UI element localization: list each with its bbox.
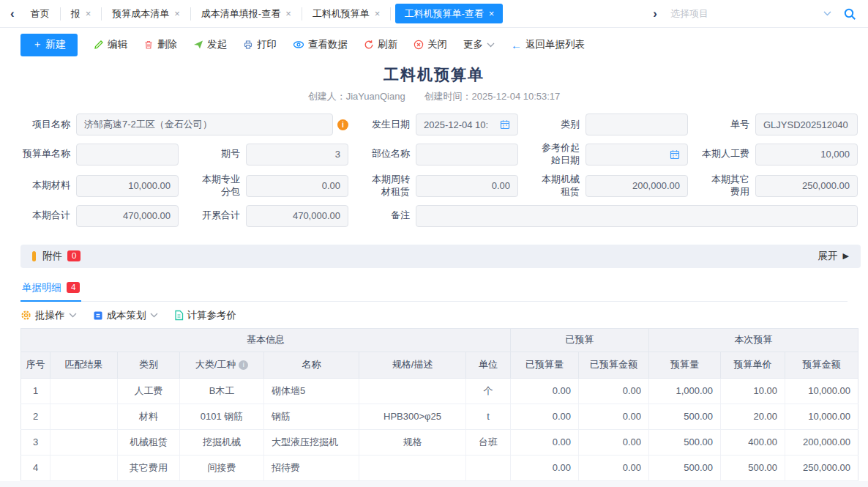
field-subcontract-cost: 本期专业 分包 0.00 bbox=[190, 174, 348, 198]
tabs-scroll-right-icon[interactable]: › bbox=[647, 7, 663, 21]
current-total-input[interactable]: 470,000.00 bbox=[76, 205, 179, 227]
tab-label: 报 bbox=[71, 7, 81, 21]
close-icon[interactable]: × bbox=[86, 9, 91, 18]
period-no-input[interactable]: 3 bbox=[246, 144, 348, 166]
header-form: 项目名称 济邹高速7-2工区（金石公司） i 发生日期 2025-12-04 1… bbox=[20, 114, 858, 227]
doc-no-input[interactable]: GLJYSD202512040 bbox=[755, 114, 858, 135]
field-labor-cost: 本期人工费 10,000 bbox=[700, 142, 858, 167]
table-row[interactable]: 3机械租赁挖掘机械大型液压挖掘机规格台班0.000.00500.00400.00… bbox=[21, 429, 858, 455]
table-cell: 0101 钢筋 bbox=[180, 404, 264, 429]
labor-cost-input[interactable]: 10,000 bbox=[755, 144, 858, 166]
part-name-input[interactable] bbox=[416, 144, 518, 166]
table-cell: 机械租赁 bbox=[118, 429, 180, 455]
material-cost-input[interactable]: 10,000.00 bbox=[76, 175, 179, 197]
eye-icon bbox=[293, 40, 304, 50]
col-header-budget-amount: 预算金额 bbox=[785, 352, 858, 378]
calc-reference-price-button[interactable]: 计算参考价 bbox=[174, 309, 237, 322]
table-row[interactable]: 1人工费B木工砌体墙5个0.000.001,000.0010.0010,000.… bbox=[21, 378, 858, 404]
field-label: 备注 bbox=[360, 209, 416, 222]
chevron-down-icon bbox=[150, 313, 158, 318]
cumulative-total-input[interactable]: 470,000.00 bbox=[246, 205, 348, 227]
tab-truncated[interactable]: 报 × bbox=[61, 5, 102, 23]
tab-budget-cost-list[interactable]: 预算成本清单 × bbox=[102, 5, 190, 23]
tab-home[interactable]: 首页 bbox=[20, 5, 60, 23]
category-input[interactable] bbox=[585, 114, 688, 135]
cost-planning-button[interactable]: 成本策划 bbox=[93, 309, 158, 322]
batch-operations-button[interactable]: 批操作 bbox=[20, 309, 77, 322]
field-label: 发生日期 bbox=[360, 119, 416, 131]
table-row[interactable]: 4其它费用间接费招待费0.000.00500.00500.00250,000.0… bbox=[21, 455, 858, 480]
subcontract-cost-input[interactable]: 0.00 bbox=[246, 175, 348, 197]
table-cell bbox=[359, 455, 466, 480]
close-button[interactable]: 关闭 bbox=[414, 38, 447, 51]
field-part-name: 部位名称 bbox=[360, 142, 518, 167]
project-name-input[interactable]: 济邹高速7-2工区（金石公司） bbox=[76, 114, 333, 135]
more-label: 更多 bbox=[463, 38, 483, 51]
launch-button[interactable]: 发起 bbox=[193, 38, 227, 51]
table-cell: 250,000.00 bbox=[785, 455, 858, 480]
print-label: 打印 bbox=[257, 38, 277, 51]
horizontal-scrollbar[interactable] bbox=[0, 481, 868, 487]
field-label: 预算单名称 bbox=[20, 148, 76, 160]
print-button[interactable]: 打印 bbox=[243, 38, 277, 51]
creator-label: 创建人： bbox=[308, 91, 346, 102]
info-icon[interactable]: i bbox=[337, 119, 348, 130]
table-cell: 个 bbox=[466, 378, 511, 404]
issue-date-input[interactable]: 2025-12-04 10: bbox=[416, 114, 518, 135]
more-button[interactable]: 更多 bbox=[463, 38, 495, 51]
close-circle-icon bbox=[414, 40, 424, 50]
field-value: 200,000.00 bbox=[632, 180, 680, 191]
info-icon[interactable]: i bbox=[239, 360, 248, 370]
table-cell: 10.00 bbox=[721, 378, 785, 404]
new-button[interactable]: ＋新建 bbox=[20, 34, 78, 56]
table-cell: 砌体墙5 bbox=[264, 378, 359, 404]
table-cell: B木工 bbox=[180, 378, 264, 404]
table-cell bbox=[50, 429, 118, 455]
detail-tab-label: 单据明细 bbox=[22, 281, 61, 294]
table-cell bbox=[50, 404, 118, 429]
chevron-down-icon bbox=[823, 11, 831, 16]
close-icon[interactable]: × bbox=[285, 9, 291, 18]
table-row[interactable]: 2材料0101 钢筋钢筋HPB300>φ25t0.000.00500.0020.… bbox=[21, 404, 858, 429]
cost-plan-icon bbox=[93, 311, 103, 321]
col-header-budgeted-qty: 已预算量 bbox=[511, 352, 579, 378]
other-cost-input[interactable]: 250,000.00 bbox=[755, 175, 858, 197]
close-icon[interactable]: × bbox=[174, 9, 180, 18]
turnover-rent-input[interactable]: 0.00 bbox=[416, 175, 518, 197]
remark-input[interactable] bbox=[416, 205, 858, 227]
project-select[interactable]: 选择项目 bbox=[663, 7, 839, 21]
expand-button[interactable]: 展开 ▶ bbox=[818, 250, 849, 263]
refresh-button[interactable]: 刷新 bbox=[364, 38, 397, 51]
field-label: 本期合计 bbox=[20, 209, 76, 222]
tab-doc-detail[interactable]: 单据明细 4 bbox=[20, 278, 81, 302]
arrow-left-icon: ← bbox=[511, 39, 522, 51]
back-to-list-button[interactable]: ← 返回单据列表 bbox=[511, 38, 585, 51]
group-header-current-budget: 本次预算 bbox=[649, 328, 858, 352]
table-cell bbox=[50, 378, 118, 404]
close-icon[interactable]: × bbox=[489, 9, 495, 18]
ref-price-start-date-input[interactable] bbox=[585, 144, 688, 166]
view-data-label: 查看数据 bbox=[308, 38, 348, 51]
tab-label: 首页 bbox=[31, 7, 50, 21]
field-label: 本期其它 费用 bbox=[700, 174, 755, 198]
close-icon[interactable]: × bbox=[375, 9, 381, 18]
table-cell: 500.00 bbox=[721, 455, 785, 480]
field-remark: 备注 bbox=[360, 205, 858, 227]
field-label: 本期机械 租赁 bbox=[530, 174, 585, 198]
table-cell: 20.00 bbox=[721, 404, 785, 429]
table-cell bbox=[466, 455, 511, 480]
machine-rent-input[interactable]: 200,000.00 bbox=[585, 175, 688, 197]
tab-lmm-budget[interactable]: 工料机预算单 × bbox=[302, 5, 391, 23]
field-label: 期号 bbox=[190, 148, 246, 160]
edit-button[interactable]: 编辑 bbox=[94, 38, 127, 51]
tab-cost-list-fill-view[interactable]: 成本清单填报-查看 × bbox=[191, 5, 302, 23]
project-select-placeholder: 选择项目 bbox=[670, 7, 708, 21]
tabs-scroll-left-icon[interactable]: ‹ bbox=[4, 7, 20, 21]
delete-button[interactable]: 删除 bbox=[143, 38, 177, 51]
tab-lmm-budget-view-active[interactable]: 工料机预算单-查看 × bbox=[395, 4, 503, 23]
field-value: 10,000.00 bbox=[128, 180, 171, 191]
budget-name-input[interactable] bbox=[76, 144, 179, 166]
view-data-button[interactable]: 查看数据 bbox=[293, 38, 348, 51]
gear-icon bbox=[20, 310, 31, 321]
search-button[interactable] bbox=[839, 7, 861, 21]
